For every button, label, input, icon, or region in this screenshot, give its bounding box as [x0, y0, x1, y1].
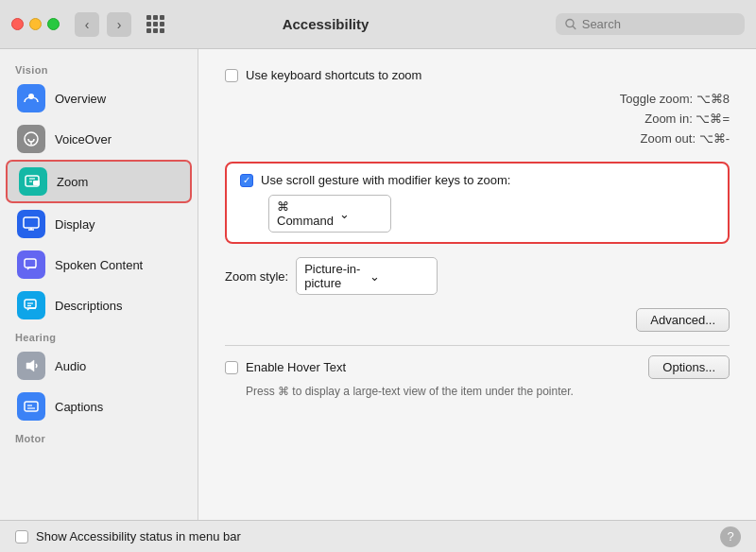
hover-text-desc: Press ⌘ to display a large-text view of …	[246, 385, 730, 398]
search-icon	[565, 18, 576, 30]
chevron-down-icon: ⌄	[339, 207, 383, 221]
content-panel: Use keyboard shortcuts to zoom Toggle zo…	[198, 49, 756, 520]
display-label: Display	[55, 217, 95, 232]
shortcuts-block: Toggle zoom: ⌥⌘8 Zoom in: ⌥⌘= Zoom out: …	[248, 90, 730, 148]
main-area: Vision Overview VoiceOver Zoom	[0, 49, 756, 520]
shortcut-toggle: Toggle zoom: ⌥⌘8	[248, 90, 730, 110]
captions-label: Captions	[55, 400, 103, 414]
sidebar-item-overview[interactable]: Overview	[6, 78, 192, 118]
close-button[interactable]	[11, 18, 24, 30]
search-bar[interactable]	[556, 13, 745, 35]
section-label-hearing: Hearing	[0, 326, 198, 345]
zoom-style-chevron-icon: ⌄	[369, 269, 429, 284]
captions-icon	[17, 392, 45, 421]
keyboard-shortcuts-checkbox[interactable]	[225, 69, 238, 82]
sidebar-item-display[interactable]: Display	[6, 204, 192, 244]
zoom-icon	[19, 167, 47, 196]
spoken-content-icon	[17, 250, 45, 279]
voiceover-label: VoiceOver	[55, 132, 112, 147]
audio-label: Audio	[55, 359, 86, 373]
scroll-gesture-checkbox[interactable]: ✓	[240, 174, 253, 187]
show-accessibility-checkbox[interactable]	[15, 530, 28, 543]
back-button[interactable]: ‹	[75, 12, 99, 37]
sidebar-item-audio[interactable]: Audio	[6, 346, 192, 386]
advanced-button[interactable]: Advanced...	[636, 308, 730, 332]
scroll-gesture-box: ✓ Use scroll gesture with modifier keys …	[225, 162, 730, 244]
titlebar: ‹ › Accessibility	[0, 0, 756, 49]
scroll-gesture-row: ✓ Use scroll gesture with modifier keys …	[240, 173, 714, 187]
keyboard-shortcuts-row: Use keyboard shortcuts to zoom	[225, 68, 730, 82]
scroll-gesture-label: Use scroll gesture with modifier keys to…	[261, 173, 510, 187]
advanced-btn-row: Advanced...	[225, 308, 730, 332]
sidebar-item-zoom[interactable]: Zoom	[6, 160, 192, 203]
hover-text-row: Enable Hover Text Options...	[225, 355, 730, 379]
keyboard-shortcuts-label: Use keyboard shortcuts to zoom	[246, 68, 421, 82]
svg-rect-12	[25, 259, 36, 267]
section-label-vision: Vision	[0, 59, 198, 78]
svg-line-1	[573, 26, 576, 29]
command-select[interactable]: ⌘ Command ⌄	[268, 195, 391, 233]
svg-rect-6	[33, 181, 40, 185]
svg-point-2	[28, 94, 34, 99]
svg-rect-9	[24, 217, 39, 228]
descriptions-label: Descriptions	[55, 299, 123, 313]
display-icon	[17, 210, 45, 238]
bottombar: Show Accessibility status in menu bar ?	[0, 520, 756, 552]
show-accessibility-label: Show Accessibility status in menu bar	[36, 529, 713, 543]
svg-marker-16	[26, 360, 34, 371]
zoom-style-value: Picture-in-picture	[304, 262, 364, 290]
svg-rect-17	[25, 402, 38, 411]
zoom-style-select[interactable]: Picture-in-picture ⌄	[296, 257, 438, 295]
maximize-button[interactable]	[47, 18, 60, 30]
hover-text-label: Enable Hover Text	[246, 360, 346, 374]
window-title: Accessibility	[103, 16, 548, 32]
section-label-motor: Motor	[0, 427, 198, 446]
sidebar-item-captions[interactable]: Captions	[6, 387, 192, 426]
search-input[interactable]	[582, 17, 735, 31]
options-button[interactable]: Options...	[648, 355, 730, 379]
sidebar-item-voiceover[interactable]: VoiceOver	[6, 119, 192, 159]
sidebar-item-spoken-content[interactable]: Spoken Content	[6, 245, 192, 285]
minimize-button[interactable]	[29, 18, 42, 30]
overview-icon	[17, 84, 45, 112]
divider	[225, 345, 730, 346]
zoom-style-label: Zoom style:	[225, 269, 288, 284]
sidebar-item-descriptions[interactable]: Descriptions	[6, 285, 192, 325]
command-select-value: ⌘ Command	[277, 199, 334, 228]
sidebar: Vision Overview VoiceOver Zoom	[0, 49, 198, 520]
spoken-content-label: Spoken Content	[55, 258, 143, 272]
audio-icon	[17, 352, 45, 380]
shortcut-zoomin: Zoom in: ⌥⌘=	[248, 110, 730, 129]
help-button[interactable]: ?	[720, 526, 741, 547]
hover-text-checkbox[interactable]	[225, 361, 238, 374]
traffic-lights	[11, 18, 60, 30]
descriptions-icon	[17, 291, 45, 319]
shortcut-zoomout: Zoom out: ⌥⌘-	[248, 129, 730, 149]
zoom-style-row: Zoom style: Picture-in-picture ⌄	[225, 257, 730, 295]
voiceover-icon	[17, 125, 45, 153]
command-dropdown-row: ⌘ Command ⌄	[240, 195, 714, 233]
overview-label: Overview	[55, 92, 106, 106]
zoom-label: Zoom	[57, 175, 88, 189]
